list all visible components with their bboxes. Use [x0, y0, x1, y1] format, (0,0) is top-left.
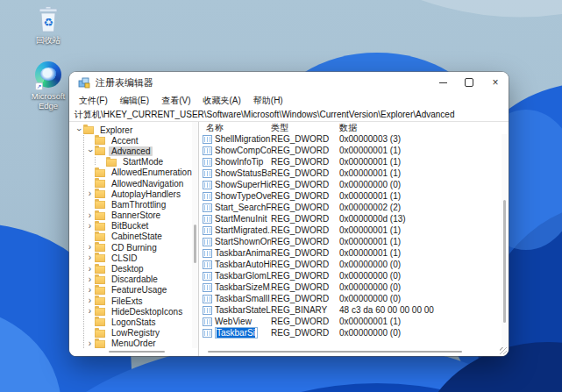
tree-expander-icon[interactable] [85, 189, 95, 198]
tree-item[interactable]: Explorer [69, 125, 198, 135]
tree-horizontal-scrollbar-thumb[interactable] [109, 351, 165, 353]
list-vertical-scrollbar-thumb[interactable] [503, 200, 506, 323]
title-bar[interactable]: 注册表编辑器 [69, 72, 509, 93]
registry-value-list: 名称 类型 数据 ShellMigration... REG_DWORD 0x0… [199, 122, 509, 356]
regedit-window: 注册表编辑器 文件(F) 编辑(E) 查看(V) 收藏夹(A) 帮助(H) 计算… [69, 72, 509, 356]
tree-item[interactable]: LowRegistry [69, 328, 198, 339]
edge-shortcut[interactable]: Microsoft Edge [24, 61, 73, 110]
reg-value-icon [203, 169, 212, 178]
column-header-type[interactable]: 类型 [271, 122, 339, 134]
edge-icon [35, 61, 61, 89]
tree-item[interactable]: AllowedEnumeration [69, 167, 198, 178]
value-data: 0x00000000 (0) [339, 282, 509, 292]
tree-expander-icon[interactable] [85, 243, 95, 252]
registry-row[interactable]: ShowStatusBar REG_DWORD 0x00000001 (1) [199, 167, 509, 179]
tree-item[interactable]: AutoplayHandlers [69, 189, 198, 199]
tree-item[interactable]: CabinetState [69, 232, 198, 242]
reg-value-icon [203, 181, 212, 189]
close-button[interactable] [482, 72, 509, 93]
tree-horizontal-scrollbar[interactable] [71, 349, 191, 355]
tree-expander-icon[interactable] [85, 211, 95, 220]
registry-row[interactable]: TaskbarSmallI... REG_DWORD 0x00000000 (0… [199, 293, 509, 304]
minimize-button[interactable] [430, 72, 456, 93]
tree-item[interactable]: Desktop [69, 263, 198, 274]
tree-item[interactable]: LogonStats [69, 317, 198, 327]
menu-item[interactable]: 帮助(H) [247, 95, 289, 107]
value-type: REG_DWORD [271, 225, 339, 235]
tree-item[interactable]: StartMode [69, 157, 198, 167]
tree-expander-icon[interactable] [85, 265, 95, 274]
reg-value-icon [203, 249, 212, 258]
rename-edit-box[interactable]: TaskbarSi [215, 327, 258, 339]
tree-item[interactable]: BannerStore [69, 210, 198, 221]
list-horizontal-scrollbar[interactable] [201, 349, 498, 355]
resize-grip[interactable] [500, 347, 507, 354]
tree-item[interactable]: MenuOrder [69, 339, 198, 349]
tree-item[interactable]: FeatureUsage [69, 285, 198, 296]
tree-item[interactable]: Accent [69, 135, 198, 146]
tree-expander-icon[interactable] [85, 339, 95, 348]
registry-row[interactable]: ShowInfoTip REG_DWORD 0x00000001 (1) [199, 156, 509, 167]
column-header-name[interactable]: 名称 [199, 122, 271, 134]
value-type: REG_DWORD [271, 146, 339, 155]
tree-item[interactable]: AllowedNavigation [69, 178, 198, 189]
registry-row[interactable]: TaskbarAnimat... REG_DWORD 0x00000001 (1… [199, 247, 509, 259]
folder-icon [95, 244, 105, 252]
tree-item[interactable]: FileExts [69, 296, 198, 306]
menu-item[interactable]: 文件(F) [73, 95, 114, 107]
registry-row[interactable]: TaskbarSi REG_DWORD 0x00000000 (0) [199, 327, 509, 339]
tree-item[interactable]: CLSID [69, 253, 198, 263]
tree-expander-icon[interactable] [74, 125, 83, 134]
tree-expander-icon[interactable] [85, 296, 95, 305]
menu-item[interactable]: 编辑(E) [114, 95, 155, 107]
registry-row[interactable]: ShellMigration... REG_DWORD 0x00000003 (… [199, 133, 509, 145]
tree-item[interactable]: BitBucket [69, 221, 198, 232]
value-data: 0x00000000 (0) [339, 271, 509, 281]
tree-expander-icon[interactable] [85, 286, 95, 295]
maximize-button[interactable] [456, 72, 482, 93]
recycle-bin-shortcut[interactable]: ♻ 回收站 [24, 5, 73, 45]
registry-row[interactable]: TaskbarSizeM... REG_DWORD 0x00000000 (0) [199, 282, 509, 293]
reg-value-icon [203, 203, 212, 212]
tree-item[interactable]: Discardable [69, 274, 198, 285]
registry-tree: Explorer Accent Advanced [69, 122, 199, 356]
tree-expander-icon[interactable] [85, 222, 95, 231]
tree-item-label: BannerStore [109, 210, 163, 220]
value-name: ShowSuperHid... [215, 180, 271, 189]
registry-row[interactable]: TaskbarStateL... REG_BINARY 48 c3 da 60 … [199, 304, 509, 316]
registry-row[interactable]: WebView REG_DWORD 0x00000001 (1) [199, 316, 509, 327]
list-vertical-scrollbar[interactable] [502, 134, 508, 347]
registry-row[interactable]: ShowTypeOver... REG_DWORD 0x00000001 (1) [199, 190, 509, 202]
value-type: REG_DWORD [271, 203, 339, 212]
value-data: 0x00000001 (1) [339, 168, 509, 178]
registry-row[interactable]: StartMigrated... REG_DWORD 0x00000001 (1… [199, 225, 509, 236]
value-data: 0x00000001 (1) [339, 317, 509, 326]
tree-expander-icon[interactable] [85, 275, 95, 284]
tree-expander-icon[interactable] [85, 146, 95, 155]
registry-row[interactable]: Start_SearchFiles REG_DWORD 0x00000002 (… [199, 202, 509, 213]
folder-icon [95, 180, 105, 188]
registry-row[interactable]: TaskbarAutoHi... REG_DWORD 0x00000000 (0… [199, 259, 509, 270]
registry-row[interactable]: StartShownOn... REG_DWORD 0x00000001 (1) [199, 236, 509, 247]
registry-row[interactable]: TaskbarGlomL... REG_DWORD 0x00000000 (0) [199, 270, 509, 282]
registry-row[interactable]: ShowSuperHid... REG_DWORD 0x00000000 (0) [199, 179, 509, 190]
list-header: 名称 类型 数据 [199, 122, 509, 133]
registry-row[interactable]: ShowCompCol... REG_DWORD 0x00000001 (1) [199, 145, 509, 156]
value-type: REG_DWORD [271, 282, 339, 292]
value-data: 0x00000001 (1) [339, 237, 509, 246]
address-bar[interactable]: 计算机\HKEY_CURRENT_USER\Software\Microsoft… [69, 108, 509, 122]
tree-item[interactable]: CD Burning [69, 242, 198, 253]
menu-item[interactable]: 收藏夹(A) [196, 95, 246, 107]
tree-item[interactable]: HideDesktopIcons [69, 306, 198, 317]
list-horizontal-scrollbar-thumb[interactable] [208, 351, 462, 353]
column-header-data[interactable]: 数据 [339, 122, 509, 134]
tree-expander-icon[interactable] [85, 253, 95, 262]
tree-item[interactable]: BamThrottling [69, 199, 198, 210]
registry-row[interactable]: StartMenuInit REG_DWORD 0x0000000d (13) [199, 213, 509, 225]
tree-item[interactable]: Advanced [69, 146, 198, 156]
reg-value-icon [203, 272, 212, 281]
tree-expander-icon[interactable] [85, 307, 95, 316]
value-type: REG_DWORD [271, 294, 339, 303]
value-data: 0x00000001 (1) [339, 248, 509, 258]
menu-item[interactable]: 查看(V) [155, 95, 196, 107]
